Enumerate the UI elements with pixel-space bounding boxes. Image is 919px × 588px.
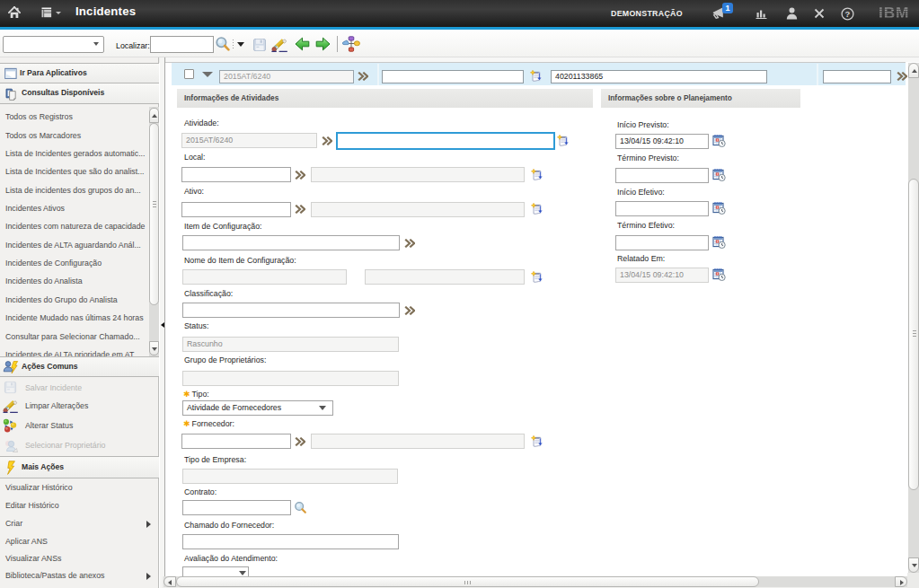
svg-text:?: ? [845,9,851,19]
